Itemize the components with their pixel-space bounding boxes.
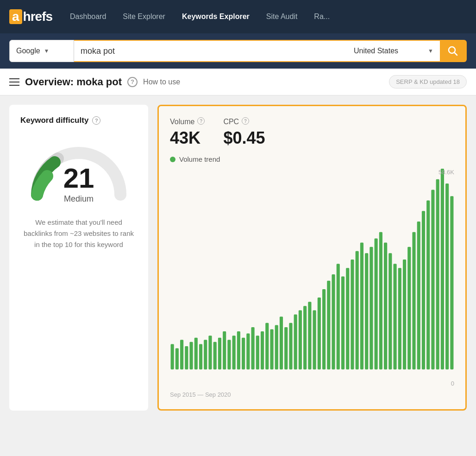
svg-rect-32 <box>313 310 316 369</box>
trend-dot-icon <box>170 157 175 162</box>
svg-rect-46 <box>379 232 382 369</box>
svg-rect-31 <box>308 302 311 369</box>
svg-rect-44 <box>370 247 373 369</box>
svg-rect-36 <box>332 274 335 369</box>
svg-rect-18 <box>246 334 250 370</box>
svg-rect-6 <box>189 342 193 369</box>
kd-description: We estimate that you'll need backlinks f… <box>20 217 137 250</box>
page-help-icon[interactable]: ? <box>127 77 138 87</box>
chart-y-bottom-label: 0 <box>451 380 454 387</box>
volume-value: 43K <box>170 128 205 148</box>
svg-rect-21 <box>261 331 264 369</box>
cpc-value: $0.45 <box>223 128 265 148</box>
gauge-center: 21 Medium <box>63 165 94 204</box>
country-select[interactable]: United States ▼ <box>347 40 440 62</box>
svg-rect-55 <box>422 211 425 369</box>
volume-chart: 58.6K 0 Sep 2015 — Sep 2020 <box>170 169 454 398</box>
trend-label-row: Volume trend <box>170 155 454 163</box>
svg-rect-34 <box>322 289 326 369</box>
volume-label: Volume <box>170 118 194 126</box>
svg-rect-56 <box>426 200 430 369</box>
svg-rect-60 <box>445 184 449 369</box>
volume-help-icon[interactable]: ? <box>197 117 205 125</box>
logo-a: a <box>9 9 22 24</box>
svg-rect-14 <box>227 340 231 369</box>
cpc-metric: CPC ? $0.45 <box>223 117 265 148</box>
svg-rect-20 <box>256 336 259 369</box>
svg-rect-61 <box>450 196 453 369</box>
svg-rect-15 <box>232 336 236 369</box>
logo-hrefs: hrefs <box>23 9 52 24</box>
kd-title: Keyword difficulty <box>20 116 88 125</box>
hamburger-line-3 <box>9 85 19 86</box>
svg-rect-47 <box>384 243 387 370</box>
country-chevron-icon: ▼ <box>428 48 433 54</box>
volume-card: Volume ? 43K CPC ? $0.45 Volume trend 58… <box>157 105 467 411</box>
country-label: United States <box>354 47 398 55</box>
nav-rank-tracker[interactable]: Ra... <box>307 9 336 25</box>
nav-dashboard[interactable]: Dashboard <box>63 9 113 25</box>
vol-metrics: Volume ? 43K CPC ? $0.45 <box>170 117 454 148</box>
svg-rect-25 <box>280 317 283 369</box>
svg-rect-40 <box>351 260 354 369</box>
svg-rect-37 <box>337 264 340 369</box>
nav-site-audit[interactable]: Site Audit <box>260 9 304 25</box>
svg-line-1 <box>455 53 457 56</box>
nav-keywords-explorer[interactable]: Keywords Explorer <box>175 9 256 25</box>
svg-rect-42 <box>360 243 363 370</box>
cpc-label: CPC <box>223 118 239 126</box>
logo[interactable]: a hrefs <box>9 9 52 24</box>
svg-rect-58 <box>436 179 439 369</box>
svg-rect-5 <box>185 346 188 369</box>
svg-rect-41 <box>356 251 359 369</box>
engine-select[interactable]: Google ▼ <box>9 40 74 62</box>
svg-rect-26 <box>284 327 288 369</box>
svg-rect-27 <box>289 323 292 369</box>
svg-rect-17 <box>242 338 245 369</box>
svg-rect-33 <box>318 298 321 369</box>
serp-badge: SERP & KD updated 18 <box>389 75 467 89</box>
hamburger-line-1 <box>9 78 19 79</box>
kd-label: Medium <box>63 194 94 204</box>
volume-label-row: Volume ? <box>170 117 205 127</box>
trend-label: Volume trend <box>179 155 220 163</box>
search-bar: Google ▼ United States ▼ <box>0 33 476 69</box>
how-to-use-link[interactable]: How to use <box>143 78 180 86</box>
svg-rect-30 <box>303 306 307 369</box>
page-header: Overview: moka pot ? How to use SERP & K… <box>0 69 476 95</box>
kd-help-icon[interactable]: ? <box>92 116 100 125</box>
svg-rect-53 <box>412 232 415 369</box>
chart-x-range-label: Sep 2015 — Sep 2020 <box>170 391 231 398</box>
svg-rect-3 <box>175 348 179 370</box>
search-button[interactable] <box>440 40 467 62</box>
svg-rect-45 <box>375 238 378 369</box>
svg-rect-29 <box>299 310 302 369</box>
hamburger-menu[interactable] <box>9 78 19 86</box>
search-input-wrap <box>74 40 347 62</box>
svg-rect-16 <box>237 331 240 369</box>
main-content: Keyword difficulty ? 21 Medium We estima… <box>0 95 476 420</box>
svg-rect-52 <box>407 247 411 369</box>
svg-rect-39 <box>346 268 349 369</box>
svg-rect-57 <box>431 190 434 370</box>
svg-rect-48 <box>388 253 392 369</box>
svg-rect-9 <box>204 340 207 369</box>
svg-rect-2 <box>171 344 174 369</box>
kd-gauge: 21 Medium <box>23 139 134 204</box>
svg-rect-24 <box>275 325 278 369</box>
page-title: Overview: moka pot <box>25 76 122 88</box>
engine-chevron-icon: ▼ <box>44 48 50 54</box>
cpc-label-row: CPC ? <box>223 117 265 127</box>
svg-rect-54 <box>417 222 420 369</box>
svg-rect-49 <box>394 264 397 369</box>
cpc-help-icon[interactable]: ? <box>242 117 249 125</box>
svg-rect-8 <box>199 344 202 369</box>
search-input[interactable] <box>74 41 347 61</box>
chart-bars-svg <box>170 169 454 398</box>
svg-rect-51 <box>403 260 406 369</box>
chart-y-top-label: 58.6K <box>438 169 454 176</box>
svg-rect-7 <box>194 338 198 369</box>
nav-site-explorer[interactable]: Site Explorer <box>116 9 172 25</box>
svg-rect-22 <box>265 323 269 369</box>
svg-rect-23 <box>270 329 273 370</box>
